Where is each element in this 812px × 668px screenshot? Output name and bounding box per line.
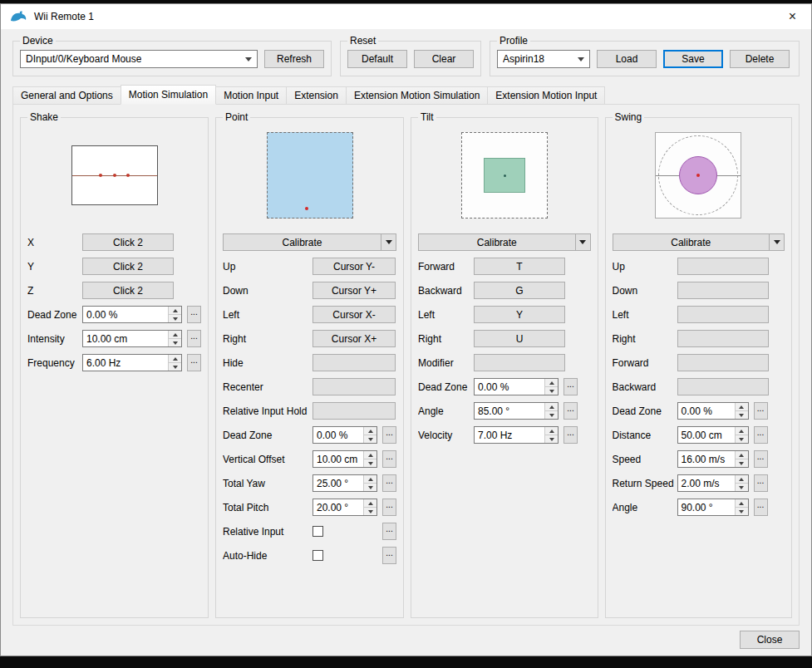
- swing-right-mapping-button[interactable]: [677, 330, 769, 347]
- advanced-settings-button[interactable]: ...: [187, 306, 201, 323]
- swing-calibrate-button[interactable]: Calibrate: [613, 233, 785, 251]
- return-speed-spinbox[interactable]: 2.00 m/s: [677, 474, 749, 492]
- point-up-mapping-button[interactable]: Cursor Y-: [312, 258, 396, 275]
- advanced-settings-button[interactable]: ...: [754, 402, 768, 420]
- spin-down-icon[interactable]: [736, 508, 748, 515]
- spin-down-icon[interactable]: [736, 459, 748, 467]
- calibrate-dropdown-arrow-icon[interactable]: [575, 234, 590, 250]
- spin-up-icon[interactable]: [736, 427, 748, 435]
- tilt-modifier-mapping-button[interactable]: [474, 354, 565, 371]
- distance-spinbox[interactable]: 50.00 cm: [677, 426, 749, 444]
- shake-z-mapping-button[interactable]: Click 2: [82, 282, 174, 299]
- spin-down-icon[interactable]: [169, 339, 181, 346]
- swing-forward-mapping-button[interactable]: [677, 354, 769, 371]
- window-close-button[interactable]: ×: [774, 4, 811, 29]
- tab-extension-motion-simulation[interactable]: Extension Motion Simulation: [346, 86, 488, 104]
- spin-up-icon[interactable]: [545, 427, 558, 435]
- spin-up-icon[interactable]: [364, 475, 376, 484]
- auto-hide-checkbox[interactable]: [312, 550, 323, 561]
- tilt-right-mapping-button[interactable]: U: [474, 330, 565, 347]
- tilt-calibrate-button[interactable]: Calibrate: [418, 233, 591, 251]
- point-right-mapping-button[interactable]: Cursor X+: [312, 330, 396, 347]
- spin-down-icon[interactable]: [169, 363, 181, 371]
- spinner-arrows[interactable]: [735, 403, 748, 419]
- point-down-mapping-button[interactable]: Cursor Y+: [312, 282, 396, 299]
- advanced-settings-button[interactable]: ...: [563, 378, 578, 395]
- clear-button[interactable]: Clear: [414, 50, 474, 68]
- spin-up-icon[interactable]: [545, 403, 558, 411]
- shake-x-mapping-button[interactable]: Click 2: [82, 233, 174, 251]
- relative-input-checkbox[interactable]: [312, 526, 323, 537]
- spin-down-icon[interactable]: [364, 459, 376, 467]
- intensity-spinbox[interactable]: 10.00 cm: [82, 330, 182, 347]
- default-button[interactable]: Default: [347, 50, 407, 68]
- point-relative-input-hold-mapping-button[interactable]: [312, 402, 396, 420]
- save-button[interactable]: Save: [663, 50, 723, 68]
- spin-up-icon[interactable]: [736, 403, 748, 411]
- angle-spinbox[interactable]: 90.00 °: [677, 499, 749, 516]
- spin-down-icon[interactable]: [545, 411, 558, 419]
- advanced-settings-button[interactable]: ...: [382, 499, 396, 516]
- calibrate-dropdown-arrow-icon[interactable]: [769, 234, 784, 250]
- dead-zone-spinbox[interactable]: 0.00 %: [474, 378, 559, 395]
- tab-extension[interactable]: Extension: [286, 86, 347, 104]
- spinner-arrows[interactable]: [735, 427, 748, 443]
- point-left-mapping-button[interactable]: Cursor X-: [312, 306, 396, 323]
- spin-down-icon[interactable]: [736, 435, 748, 443]
- spin-up-icon[interactable]: [169, 331, 181, 339]
- angle-spinbox[interactable]: 85.00 °: [474, 402, 559, 420]
- tab-motion-simulation[interactable]: Motion Simulation: [121, 85, 216, 105]
- point-calibrate-button[interactable]: Calibrate: [223, 233, 396, 251]
- advanced-settings-button[interactable]: ...: [754, 499, 768, 516]
- delete-button[interactable]: Delete: [730, 50, 790, 68]
- advanced-settings-button[interactable]: ...: [382, 523, 396, 540]
- advanced-settings-button[interactable]: ...: [382, 474, 396, 492]
- spinner-arrows[interactable]: [544, 379, 558, 395]
- spinner-arrows[interactable]: [544, 403, 558, 419]
- advanced-settings-button[interactable]: ...: [754, 450, 768, 468]
- spin-down-icon[interactable]: [736, 484, 748, 491]
- tilt-forward-mapping-button[interactable]: T: [474, 258, 565, 275]
- spinner-arrows[interactable]: [544, 427, 558, 443]
- swing-down-mapping-button[interactable]: [677, 282, 769, 299]
- spin-up-icon[interactable]: [364, 499, 376, 508]
- advanced-settings-button[interactable]: ...: [563, 426, 578, 444]
- spinner-arrows[interactable]: [363, 475, 376, 491]
- close-button[interactable]: Close: [740, 631, 800, 649]
- spin-up-icon[interactable]: [364, 451, 376, 459]
- spin-down-icon[interactable]: [364, 508, 376, 515]
- frequency-spinbox[interactable]: 6.00 Hz: [82, 354, 182, 371]
- dead-zone-spinbox[interactable]: 0.00 %: [82, 306, 182, 323]
- dead-zone-spinbox[interactable]: 0.00 %: [677, 402, 749, 420]
- spinner-arrows[interactable]: [168, 355, 181, 371]
- advanced-settings-button[interactable]: ...: [382, 547, 396, 564]
- spin-down-icon[interactable]: [169, 315, 181, 322]
- tilt-backward-mapping-button[interactable]: G: [474, 282, 565, 299]
- advanced-settings-button[interactable]: ...: [754, 426, 768, 444]
- point-recenter-mapping-button[interactable]: [312, 378, 396, 395]
- calibrate-dropdown-arrow-icon[interactable]: [381, 234, 396, 250]
- spin-up-icon[interactable]: [736, 475, 748, 484]
- advanced-settings-button[interactable]: ...: [382, 426, 396, 444]
- spinner-arrows[interactable]: [168, 307, 181, 322]
- spinner-arrows[interactable]: [363, 451, 376, 467]
- shake-y-mapping-button[interactable]: Click 2: [82, 258, 174, 275]
- advanced-settings-button[interactable]: ...: [187, 354, 201, 371]
- advanced-settings-button[interactable]: ...: [187, 330, 201, 347]
- spin-up-icon[interactable]: [545, 379, 558, 387]
- load-button[interactable]: Load: [597, 50, 657, 68]
- spinner-arrows[interactable]: [168, 331, 181, 346]
- total-yaw-spinbox[interactable]: 25.00 °: [312, 474, 377, 492]
- tilt-left-mapping-button[interactable]: Y: [474, 306, 565, 323]
- tab-extension-motion-input[interactable]: Extension Motion Input: [487, 86, 605, 104]
- spin-down-icon[interactable]: [364, 435, 376, 443]
- total-pitch-spinbox[interactable]: 20.00 °: [312, 499, 377, 516]
- speed-spinbox[interactable]: 16.00 m/s: [677, 450, 749, 468]
- spin-up-icon[interactable]: [169, 307, 181, 315]
- spinner-arrows[interactable]: [735, 475, 748, 491]
- swing-up-mapping-button[interactable]: [677, 258, 769, 275]
- tab-motion-input[interactable]: Motion Input: [215, 86, 287, 104]
- swing-backward-mapping-button[interactable]: [677, 378, 769, 395]
- swing-left-mapping-button[interactable]: [677, 306, 769, 323]
- device-select[interactable]: DInput/0/Keyboard Mouse: [20, 50, 258, 68]
